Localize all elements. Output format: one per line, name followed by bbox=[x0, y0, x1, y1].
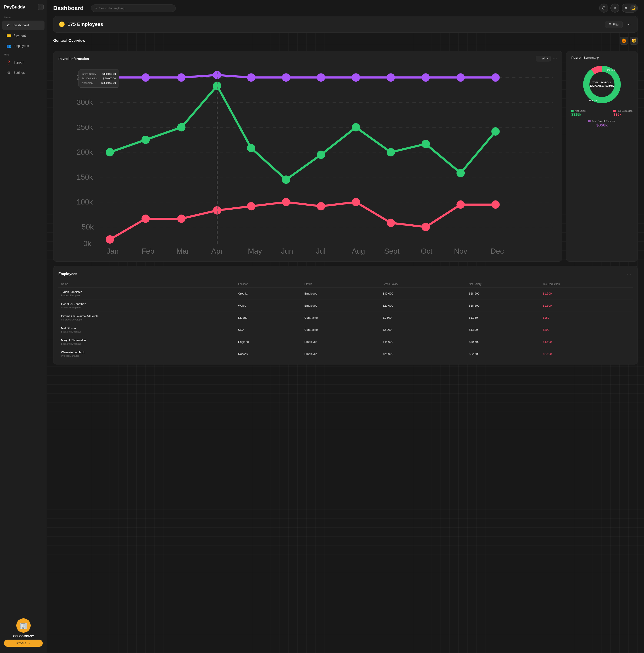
svg-point-52 bbox=[387, 148, 395, 156]
table-header: Employees ⋯ bbox=[59, 270, 632, 277]
cell-tax: $4,500 bbox=[540, 336, 632, 348]
cell-name: Warmate Lothbrok Project Manager bbox=[59, 348, 235, 360]
svg-point-61 bbox=[282, 198, 290, 206]
tax-deduction-legend: Tax Deduction $35k bbox=[613, 110, 632, 117]
cell-tax: $1,500 bbox=[540, 299, 632, 312]
cell-gross: $20,000 bbox=[380, 299, 466, 312]
table-row[interactable]: Tyrion Lannister Product Designer Croati… bbox=[59, 287, 632, 299]
sidebar-item-payment[interactable]: 💳 Payment bbox=[2, 31, 45, 40]
filter-button[interactable]: Filter bbox=[605, 21, 623, 28]
total-payroll-legend: Total Payroll Expense $350k bbox=[571, 120, 632, 128]
col-gross: Gross Salary bbox=[380, 281, 466, 288]
cell-net: $28,500 bbox=[466, 287, 540, 299]
dark-theme-option[interactable]: 🌙 bbox=[630, 5, 637, 11]
cell-status: Employee bbox=[302, 287, 380, 299]
svg-text:Sept: Sept bbox=[384, 247, 399, 255]
svg-text:Nov: Nov bbox=[454, 247, 467, 255]
cell-gross: $2,000 bbox=[380, 323, 466, 336]
table-row[interactable]: Ciroma Chukwuma Adekunle Fullstack Devel… bbox=[59, 312, 632, 323]
cell-location: USA bbox=[235, 323, 302, 336]
employee-count-text: 175 Employees bbox=[68, 21, 103, 27]
pumpkin-button[interactable]: 🎃 bbox=[620, 37, 628, 45]
chart-filter-button[interactable]: All ▾ bbox=[536, 56, 551, 62]
svg-point-62 bbox=[317, 202, 325, 210]
sparkle-button[interactable]: ✳ bbox=[611, 4, 619, 13]
cell-status: Contractor bbox=[302, 312, 380, 323]
profile-button[interactable]: Profile → bbox=[4, 639, 43, 647]
sidebar-item-label: Dashboard bbox=[14, 23, 29, 27]
support-icon: ❓ bbox=[6, 60, 11, 65]
light-theme-option[interactable]: ✳ bbox=[623, 5, 629, 11]
sidebar-item-dashboard[interactable]: 🗂 Dashboard bbox=[2, 21, 45, 30]
employee-card-actions: Filter ⋯ bbox=[605, 21, 632, 28]
cell-location: Norway bbox=[235, 348, 302, 360]
chart-more-button[interactable]: ⋯ bbox=[553, 56, 557, 61]
col-tax: Tax Deduction bbox=[540, 281, 632, 288]
employees-icon: 👥 bbox=[6, 43, 11, 48]
svg-text:350k: 350k bbox=[77, 73, 93, 81]
svg-text:May: May bbox=[248, 247, 262, 255]
sidebar-collapse-button[interactable]: ‹ bbox=[38, 4, 44, 10]
cell-name: Tyrion Lannister Product Designer bbox=[59, 287, 235, 299]
net-salary-legend: Net Salary $315k bbox=[571, 110, 586, 117]
cell-location: Nigeria bbox=[235, 312, 302, 323]
svg-text:TAX -10%: TAX -10% bbox=[607, 69, 615, 71]
svg-point-48 bbox=[247, 144, 255, 152]
dashboard-icon: 🗂 bbox=[6, 23, 11, 28]
sidebar-item-label: Employees bbox=[14, 44, 29, 48]
svg-text:300k: 300k bbox=[77, 98, 93, 106]
settings-icon: ⚙ bbox=[6, 70, 11, 75]
table-more-button[interactable]: ⋯ bbox=[625, 270, 632, 277]
svg-point-38 bbox=[317, 73, 325, 81]
table-row[interactable]: Mel Gibson Backend Engineer USA Contract… bbox=[59, 323, 632, 336]
cell-gross: $45,000 bbox=[380, 336, 466, 348]
table-row[interactable]: Mary J. Shoemaker Backend Engineer Engla… bbox=[59, 336, 632, 348]
svg-text:Apr: Apr bbox=[211, 247, 223, 255]
svg-point-33 bbox=[141, 73, 150, 81]
app-name: PayBuddy bbox=[4, 4, 25, 9]
filter-icon bbox=[608, 23, 612, 26]
net-salary-value: $315k bbox=[571, 113, 586, 117]
cat-button[interactable]: 🐱 bbox=[630, 37, 638, 45]
sidebar-item-label: Support bbox=[14, 61, 24, 64]
table-row[interactable]: Warmate Lothbrok Project Manager Norway … bbox=[59, 348, 632, 360]
svg-point-63 bbox=[352, 198, 360, 206]
cell-status: Employee bbox=[302, 299, 380, 312]
notification-button[interactable] bbox=[599, 4, 608, 13]
sidebar-item-label: Payment bbox=[14, 34, 26, 37]
tax-deduction-value: $35k bbox=[613, 113, 632, 117]
help-label: Help bbox=[0, 51, 47, 57]
sidebar: PayBuddy ‹ Menu 🗂 Dashboard 💳 Payment 👥 … bbox=[0, 0, 47, 653]
employees-table-card: Employees ⋯ Name Location Status Gross S… bbox=[53, 266, 638, 364]
tax-deduction-dot bbox=[613, 110, 616, 112]
svg-point-0 bbox=[95, 7, 97, 9]
svg-point-41 bbox=[421, 73, 430, 81]
table-row[interactable]: Goodluck Jonathan Software Engineer Wale… bbox=[59, 299, 632, 312]
sidebar-item-support[interactable]: ❓ Support bbox=[2, 58, 45, 67]
search-bar[interactable] bbox=[91, 4, 176, 12]
cell-net: $1,800 bbox=[466, 323, 540, 336]
sidebar-item-settings[interactable]: ⚙ Settings bbox=[2, 68, 45, 77]
theme-toggle[interactable]: ✳ 🌙 bbox=[622, 4, 638, 13]
payroll-chart-svg: .grid-line { stroke: #333; stroke-width:… bbox=[59, 65, 557, 256]
summary-title: Payroll Summary bbox=[571, 56, 632, 59]
header-actions: ✳ ✳ 🌙 bbox=[599, 4, 638, 13]
cell-status: Contractor bbox=[302, 323, 380, 336]
search-input[interactable] bbox=[99, 6, 172, 10]
sidebar-bottom: 🏢 XYZ COMPANY Profile → bbox=[0, 614, 47, 649]
employee-card-more-button[interactable]: ⋯ bbox=[625, 21, 632, 28]
sidebar-item-employees[interactable]: 👥 Employees bbox=[2, 41, 45, 50]
content-area: 🟡 175 Employees Filter ⋯ Genaral Overvie… bbox=[47, 16, 644, 371]
cell-gross: $30,000 bbox=[380, 287, 466, 299]
employees-tbody: Tyrion Lannister Product Designer Croati… bbox=[59, 287, 632, 360]
col-name: Name bbox=[59, 281, 235, 288]
svg-point-67 bbox=[491, 200, 500, 209]
svg-text:100k: 100k bbox=[77, 198, 93, 206]
svg-point-53 bbox=[421, 140, 430, 148]
svg-point-58 bbox=[177, 215, 185, 223]
cell-name: Ciroma Chukwuma Adekunle Fullstack Devel… bbox=[59, 312, 235, 323]
svg-point-64 bbox=[387, 219, 395, 227]
svg-point-66 bbox=[456, 200, 465, 209]
svg-point-44 bbox=[106, 148, 114, 156]
svg-text:50k: 50k bbox=[82, 223, 94, 231]
